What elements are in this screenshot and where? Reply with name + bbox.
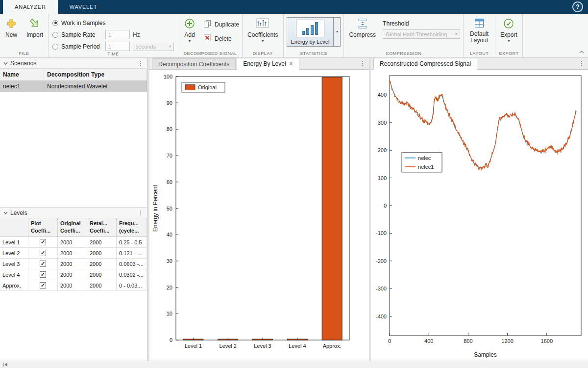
original-coeff-cell: 2000 xyxy=(58,280,87,290)
compress-icon xyxy=(357,18,368,31)
level-row-label: Approx. xyxy=(0,280,28,290)
retained-coeff-cell: 2000 xyxy=(87,259,117,269)
scenarios-menu-icon[interactable]: ⋮ xyxy=(138,60,144,67)
export-label: Export xyxy=(500,32,517,38)
sample-period-input[interactable]: 1 xyxy=(105,42,130,51)
levels-panel-header[interactable]: Levels ⋮ xyxy=(0,208,147,218)
section-file: New Import FILE xyxy=(0,14,49,57)
add-button[interactable]: Add ▾ xyxy=(181,16,198,45)
close-icon[interactable]: × xyxy=(290,60,293,67)
scenarios-table-header: Name Decomposition Type xyxy=(0,69,147,81)
svg-text:20: 20 xyxy=(167,285,172,290)
help-icon: ? xyxy=(576,3,579,10)
collapse-left-icon[interactable] xyxy=(2,361,8,368)
collapse-chevron-icon[interactable] xyxy=(3,62,8,65)
svg-text:100: 100 xyxy=(378,175,387,181)
plot-checkbox[interactable] xyxy=(40,239,46,245)
signal-panel: Reconstructed-Compressed Signal ⋮ -400-3… xyxy=(371,58,588,361)
tab-analyzer[interactable]: ANALYZER xyxy=(3,0,58,14)
tab-wavelet[interactable]: WAVELET xyxy=(58,0,109,14)
level-row-label: Level 3 xyxy=(0,259,28,269)
svg-text:0: 0 xyxy=(388,338,391,344)
level-row-label: Level 1 xyxy=(0,237,28,247)
panel-menu-icon[interactable]: ⋮ xyxy=(579,60,585,67)
svg-text:0: 0 xyxy=(384,203,387,209)
collapse-chevron-icon[interactable] xyxy=(3,211,8,214)
section-layout: Default Layout LAYOUT xyxy=(464,14,495,57)
export-button[interactable]: Export ▾ xyxy=(498,16,519,45)
sample-rate-input[interactable]: 1 xyxy=(105,30,130,39)
compress-button[interactable]: Compress xyxy=(347,16,378,40)
frequency-cell: 0 - 0.03... xyxy=(117,280,147,290)
tab-decomposition-coefficients[interactable]: Decomposition Coefficients xyxy=(152,58,236,69)
levels-menu-icon[interactable]: ⋮ xyxy=(138,210,144,216)
sample-period-unit-select[interactable]: seconds▾ xyxy=(133,42,174,51)
levels-col-original: OriginalCoeffi... xyxy=(58,218,87,237)
chevron-down-icon: ▾ xyxy=(169,45,171,49)
svg-text:nelec: nelec xyxy=(418,155,431,161)
plot-checkbox[interactable] xyxy=(40,261,46,267)
plot-checkbox[interactable] xyxy=(40,282,46,289)
duplicate-button[interactable]: Duplicate xyxy=(203,19,239,29)
tab-energy-by-level[interactable]: Energy By Level × xyxy=(237,58,299,70)
toolstrip-collapse-icon[interactable] xyxy=(579,49,584,55)
new-label: New xyxy=(5,32,17,38)
svg-text:Level 2: Level 2 xyxy=(219,343,236,349)
wavelet-analyzer-app: ANALYZER WAVELET ? New Import xyxy=(0,0,588,368)
import-button[interactable]: Import xyxy=(24,16,45,40)
sample-rate-unit-label: Hz xyxy=(133,31,140,38)
default-layout-button[interactable]: Default Layout xyxy=(466,16,492,45)
tab-reconstructed-signal[interactable]: Reconstructed-Compressed Signal xyxy=(373,58,477,70)
sample-period-radio[interactable] xyxy=(52,44,58,50)
svg-text:Level 1: Level 1 xyxy=(185,343,202,349)
new-button[interactable]: New xyxy=(3,16,20,40)
statusbar xyxy=(0,361,588,368)
panel-menu-icon[interactable]: ⋮ xyxy=(360,60,366,67)
coefficients-icon xyxy=(256,18,269,31)
levels-title: Levels xyxy=(10,210,27,216)
levels-col-retained: Retai...Coeffi... xyxy=(87,218,117,237)
sample-period-label: Sample Period xyxy=(61,43,102,50)
table-row: Approx. 2000 2000 0 - 0.03... xyxy=(0,280,147,291)
plot-checkbox[interactable] xyxy=(40,250,46,256)
table-row: Level 4 2000 2000 0.0302 -... xyxy=(0,269,147,280)
section-export: Export ▾ EXPORT xyxy=(495,14,523,57)
svg-text:Level 3: Level 3 xyxy=(254,343,271,349)
new-icon xyxy=(5,18,17,31)
work-in-samples-label: Work in Samples xyxy=(61,20,105,26)
section-time: Work in Samples Sample Rate 1 Hz Sample … xyxy=(49,14,178,57)
work-in-samples-option[interactable]: Work in Samples xyxy=(52,18,174,27)
help-button[interactable]: ? xyxy=(572,1,583,12)
section-time-caption: TIME xyxy=(51,51,175,58)
svg-text:100: 100 xyxy=(164,74,172,79)
retained-coeff-cell: 2000 xyxy=(87,269,117,280)
table-row: Level 1 2000 2000 0.25 - 0.5 xyxy=(0,237,147,248)
original-coeff-cell: 2000 xyxy=(58,269,87,280)
svg-text:Energy in Percent: Energy in Percent xyxy=(152,184,159,232)
svg-text:40: 40 xyxy=(167,232,172,237)
sample-rate-label: Sample Rate xyxy=(61,31,102,38)
svg-text:80: 80 xyxy=(167,126,172,132)
energy-by-level-dropdown[interactable]: ▾ xyxy=(334,17,341,47)
sample-rate-radio[interactable] xyxy=(52,32,58,38)
main-area: Scenarios ⋮ Name Decomposition Type nele… xyxy=(0,58,588,361)
coefficients-label: Coefficients xyxy=(247,32,278,38)
table-row: Level 2 2000 2000 0.121 - ... xyxy=(0,248,147,259)
retained-coeff-cell: 2000 xyxy=(87,280,117,290)
scenario-row-nelec1[interactable]: nelec1 Nondecimated Wavelet xyxy=(0,81,147,92)
chevron-down-icon: ▾ xyxy=(262,39,264,43)
scenarios-panel-header[interactable]: Scenarios ⋮ xyxy=(0,58,147,69)
svg-text:90: 90 xyxy=(167,100,172,106)
level-row-label: Level 2 xyxy=(0,248,28,258)
frequency-cell: 0.0603 -... xyxy=(117,259,147,269)
coefficients-button[interactable]: Coefficients ▾ xyxy=(245,16,280,45)
plot-checkbox[interactable] xyxy=(40,271,46,278)
svg-text:-100: -100 xyxy=(376,230,387,236)
work-in-samples-radio[interactable] xyxy=(52,20,58,26)
threshold-select[interactable]: Global Hard Thresholding▾ xyxy=(383,29,460,39)
energy-panel-tabbar: Decomposition Coefficients Energy By Lev… xyxy=(149,58,369,70)
energy-by-level-toggle[interactable]: Energy by Level xyxy=(287,17,334,47)
delete-button[interactable]: Delete xyxy=(203,33,239,44)
section-file-caption: FILE xyxy=(3,51,45,57)
duplicate-label: Duplicate xyxy=(215,21,239,28)
